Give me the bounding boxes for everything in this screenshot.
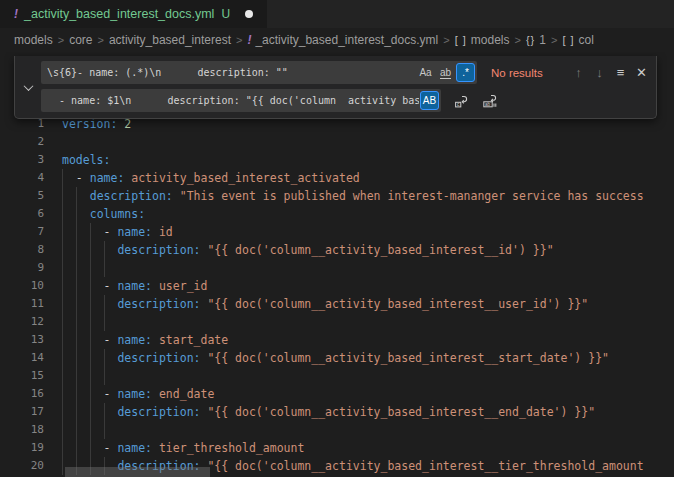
replace-input[interactable]: - name: $1\n description: "{{ doc('colum… xyxy=(41,89,441,112)
code-line[interactable]: 17 description: "{{ doc('column__activit… xyxy=(0,403,674,421)
code-area[interactable]: 1version: 223models:4 - name: activity_b… xyxy=(0,115,674,475)
code-line[interactable]: 11 description: "{{ doc('column__activit… xyxy=(0,295,674,313)
breadcrumb-item[interactable]: [ ]models xyxy=(455,33,510,47)
code-token: - xyxy=(62,441,117,455)
whole-word-toggle[interactable]: ab xyxy=(436,63,455,82)
code-token: "{{ doc('column__activity_based_interest… xyxy=(200,459,643,473)
breadcrumb-separator-icon: > xyxy=(551,34,557,46)
breadcrumb-item-label: models xyxy=(471,33,510,47)
previous-match-button[interactable]: ↑ xyxy=(568,62,589,83)
tab-filename: _activity_based_interest_docs.yml xyxy=(24,7,214,21)
breadcrumb-item[interactable]: {}1 xyxy=(526,33,546,47)
code-line[interactable]: 3models: xyxy=(0,151,674,169)
code-line-text: description: "This event is published wh… xyxy=(62,187,644,205)
line-number: 2 xyxy=(0,133,44,151)
code-line[interactable]: 6 columns: xyxy=(0,205,674,223)
code-token: - xyxy=(62,333,117,347)
code-line[interactable]: 12 xyxy=(0,313,674,331)
toggle-replace-button[interactable] xyxy=(15,56,41,118)
close-find-button[interactable]: ✕ xyxy=(631,62,652,83)
code-token xyxy=(62,297,117,311)
code-token: columns: xyxy=(90,207,145,221)
code-token: description: xyxy=(117,405,200,419)
next-match-button[interactable]: ↓ xyxy=(589,62,610,83)
indent-guide xyxy=(90,313,91,331)
code-line[interactable]: 16 - name: end_date xyxy=(0,385,674,403)
code-line[interactable]: 7 - name: id xyxy=(0,223,674,241)
code-line[interactable]: 4 - name: activity_based_interest_activa… xyxy=(0,169,674,187)
symbol-array-icon: [ ] xyxy=(562,34,574,46)
indent-guide xyxy=(104,367,105,385)
indent-guide xyxy=(90,259,91,277)
breadcrumb-separator-icon: > xyxy=(514,34,520,46)
code-line[interactable]: 13 - name: start_date xyxy=(0,331,674,349)
preserve-case-toggle[interactable]: AB xyxy=(420,91,439,110)
replace-buttons: c ab xyxy=(451,91,500,111)
code-token: 2 xyxy=(124,117,131,131)
breadcrumb-item[interactable]: core xyxy=(69,33,92,47)
indent-guide xyxy=(62,313,63,331)
code-token: user_id xyxy=(152,279,207,293)
indent-guide xyxy=(76,313,77,331)
regex-toggle[interactable]: .* xyxy=(456,63,475,82)
breadcrumb-item[interactable]: activity_based_interest xyxy=(109,33,231,47)
find-in-selection-button[interactable]: ≡ xyxy=(610,62,631,83)
code-token: models: xyxy=(62,153,110,167)
breadcrumb-item[interactable]: models xyxy=(14,33,53,47)
code-line-text: description: "{{ doc('column__activity_b… xyxy=(62,403,595,421)
code-line[interactable]: 15 xyxy=(0,367,674,385)
horizontal-scrollbar-thumb[interactable] xyxy=(65,467,210,477)
code-line[interactable]: 19 - name: tier_threshold_amount xyxy=(0,439,674,457)
code-line[interactable]: 8 description: "{{ doc('column__activity… xyxy=(0,241,674,259)
symbol-object-icon: {} xyxy=(526,34,535,46)
code-line[interactable]: 10 - name: user_id xyxy=(0,277,674,295)
code-token: - xyxy=(62,387,117,401)
chevron-down-icon xyxy=(23,81,33,91)
code-line-text: description: "{{ doc('column__activity_b… xyxy=(62,349,609,367)
code-token: "{{ doc('column__activity_based_interest… xyxy=(200,297,588,311)
modified-dot-icon[interactable] xyxy=(245,10,253,18)
code-token: name: xyxy=(117,333,152,347)
code-line[interactable]: 9 xyxy=(0,259,674,277)
line-number: 11 xyxy=(0,295,44,313)
line-number: 20 xyxy=(0,457,44,475)
replace-one-button[interactable]: c xyxy=(451,91,471,111)
indent-guide xyxy=(104,313,105,331)
line-number: 3 xyxy=(0,151,44,169)
indent-guide xyxy=(62,421,63,439)
code-line-text: - name: end_date xyxy=(62,385,214,403)
code-token xyxy=(62,189,90,203)
line-number: 5 xyxy=(0,187,44,205)
replace-row: - name: $1\n description: "{{ doc('colum… xyxy=(41,88,652,113)
breadcrumb-item-label: _activity_based_interest_docs.yml xyxy=(255,33,438,47)
editor-pane[interactable]: 1version: 223models:4 - name: activity_b… xyxy=(0,52,674,477)
breadcrumb-separator-icon: > xyxy=(58,34,64,46)
code-token: version: xyxy=(62,117,117,131)
breadcrumb-separator-icon: > xyxy=(97,34,103,46)
breadcrumb-item-label: col xyxy=(579,33,594,47)
vscode-window: ! _activity_based_interest_docs.yml U mo… xyxy=(0,0,674,477)
match-case-toggle[interactable]: Aa xyxy=(416,63,435,82)
code-line-text: description: "{{ doc('column__activity_b… xyxy=(62,295,588,313)
code-token xyxy=(62,243,117,257)
code-line[interactable]: 14 description: "{{ doc('column__activit… xyxy=(0,349,674,367)
find-replace-widget: \s{6}- name: (.*)\n description: "" Aa a… xyxy=(14,56,657,119)
code-token: - xyxy=(62,279,117,293)
indent-guide xyxy=(104,259,105,277)
code-token: name: xyxy=(117,225,152,239)
code-line[interactable]: 18 xyxy=(0,421,674,439)
line-number: 18 xyxy=(0,421,44,439)
find-input[interactable]: \s{6}- name: (.*)\n description: "" Aa a… xyxy=(41,61,477,84)
find-input-value: \s{6}- name: (.*)\n description: "" xyxy=(47,67,415,78)
results-count: No results xyxy=(491,67,543,79)
breadcrumb-item[interactable]: !_activity_based_interest_docs.yml xyxy=(247,33,438,47)
code-line[interactable]: 5 description: "This event is published … xyxy=(0,187,674,205)
line-number: 9 xyxy=(0,259,44,277)
code-line[interactable]: 2 xyxy=(0,133,674,151)
replace-all-button[interactable]: ab xyxy=(480,91,500,111)
indent-guide xyxy=(76,367,77,385)
line-number: 19 xyxy=(0,439,44,457)
breadcrumb-item[interactable]: [ ]col xyxy=(562,33,594,47)
code-line-text: - name: start_date xyxy=(62,331,228,349)
tab-active-file[interactable]: ! _activity_based_interest_docs.yml U xyxy=(0,0,267,28)
